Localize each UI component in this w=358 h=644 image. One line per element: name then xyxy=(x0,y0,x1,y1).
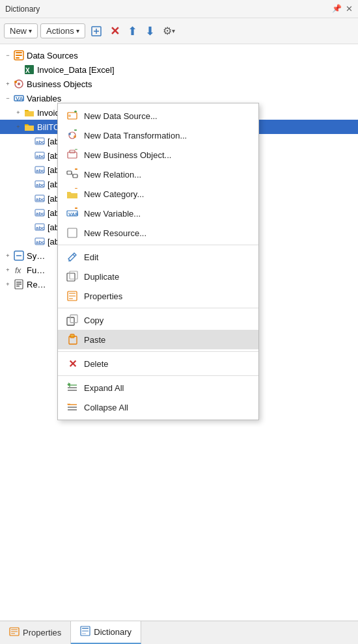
excel-icon: X xyxy=(23,64,35,75)
ctx-new-transformation[interactable]: New Data Transformation... xyxy=(58,126,258,145)
settings-button[interactable]: ⚙ ▾ xyxy=(160,23,178,39)
tree-item-data-sources[interactable]: − Data Sources xyxy=(0,48,358,62)
variables-label: Variables xyxy=(27,94,61,103)
ctx-collapse-all-label: Collapse All xyxy=(84,403,128,412)
svg-rect-69 xyxy=(69,293,76,294)
ctx-copy-label: Copy xyxy=(84,315,103,325)
dictionary-tab-label: Dictionary xyxy=(94,627,131,637)
new-variable-icon: VAR xyxy=(66,207,79,220)
expand-all-icon: + xyxy=(66,381,79,394)
delete-toolbar-button[interactable]: ✕ xyxy=(107,22,122,40)
toolbar: New ▾ Actions ▾ ✕ ⬆ ⬇ ⚙ ▾ xyxy=(0,18,358,44)
up-arrow-icon: ⬆ xyxy=(128,24,137,38)
svg-point-43 xyxy=(74,135,76,138)
svg-text:+: + xyxy=(67,382,70,388)
ctx-new-variable[interactable]: VAR New Variable... xyxy=(58,204,258,223)
svg-rect-88 xyxy=(11,631,18,632)
ctx-new-resource-label: New Resource... xyxy=(84,228,146,238)
svg-text:abc: abc xyxy=(36,196,45,202)
ctx-new-category-label: New Category... xyxy=(84,189,144,199)
abc-icon-8: abc xyxy=(34,235,46,247)
ctx-collapse-all[interactable]: − Collapse All xyxy=(58,397,258,417)
new-resource-icon xyxy=(66,226,79,239)
svg-rect-50 xyxy=(67,171,72,174)
svg-rect-34 xyxy=(16,282,21,283)
ctx-delete[interactable]: ✕ Delete xyxy=(58,354,258,373)
new-label: New xyxy=(10,26,27,36)
tab-properties[interactable]: Properties xyxy=(0,621,71,644)
svg-rect-6 xyxy=(16,57,20,59)
edit-icon xyxy=(90,25,102,37)
ctx-copy[interactable]: Copy xyxy=(58,310,258,330)
svg-rect-92 xyxy=(82,630,89,632)
abc-icon-4: abc xyxy=(34,178,46,190)
svg-text:VAR: VAR xyxy=(16,96,24,102)
expand-sys[interactable]: + xyxy=(3,250,13,261)
move-down-button[interactable]: ⬇ xyxy=(143,22,158,40)
move-up-button[interactable]: ⬆ xyxy=(125,22,140,40)
svg-text:−: − xyxy=(67,401,70,407)
ctx-expand-all[interactable]: + Expand All xyxy=(58,378,258,397)
copy-icon xyxy=(66,314,79,327)
down-arrow-icon: ⬇ xyxy=(145,24,155,38)
svg-rect-76 xyxy=(71,335,74,337)
expand-invoice-data[interactable]: · xyxy=(13,64,23,75)
expand-invoice-info[interactable]: + xyxy=(13,107,23,118)
expand-data-sources[interactable]: − xyxy=(3,50,13,60)
ctx-edit[interactable]: Edit xyxy=(58,247,258,267)
actions-button[interactable]: Actions ▾ xyxy=(40,23,85,38)
folder-icon-invoiceinfo xyxy=(23,107,35,118)
edit-toolbar-button[interactable] xyxy=(88,23,105,39)
abc-icon-2: abc xyxy=(34,150,46,161)
ctx-new-relation[interactable]: New Relation... xyxy=(58,165,258,184)
svg-rect-67 xyxy=(70,271,77,279)
pin-button[interactable]: 📌 xyxy=(332,4,342,14)
svg-line-64 xyxy=(73,254,75,256)
expand-reports[interactable]: + xyxy=(3,279,13,289)
expand-functions[interactable]: + xyxy=(3,265,13,275)
dictionary-tab-icon xyxy=(80,626,90,638)
properties-icon xyxy=(66,289,79,302)
svg-text:abc: abc xyxy=(36,154,45,159)
expand-variables[interactable]: − xyxy=(3,93,13,103)
svg-rect-35 xyxy=(16,284,21,285)
ctx-new-datasource[interactable]: New Data Source... xyxy=(58,106,258,126)
separator-1 xyxy=(58,245,258,245)
ctx-new-variable-label: New Variable... xyxy=(84,209,141,219)
ctx-properties-label: Properties xyxy=(84,291,122,301)
new-bizobj-icon xyxy=(66,148,79,161)
new-button[interactable]: New ▾ xyxy=(4,23,38,38)
svg-text:fx: fx xyxy=(15,266,21,275)
abc-icon-6: abc xyxy=(34,207,46,219)
invoice-data-label: Invoice_Data [Excel] xyxy=(37,65,115,75)
new-datasource-icon xyxy=(66,109,79,122)
svg-rect-89 xyxy=(11,633,15,634)
abc-icon-3: abc xyxy=(34,164,46,176)
svg-text:VAR: VAR xyxy=(68,211,78,217)
svg-rect-5 xyxy=(16,55,22,56)
new-transformation-icon xyxy=(66,129,79,142)
ctx-new-category[interactable]: New Category... xyxy=(58,184,258,204)
ctx-new-resource[interactable]: New Resource... xyxy=(58,223,258,243)
abc-icon-7: abc xyxy=(34,221,46,233)
ctx-expand-all-label: Expand All xyxy=(84,383,124,393)
billto-label: BillTO xyxy=(37,122,60,132)
business-objects-label: Business Objects xyxy=(27,79,92,89)
func-label: Fu… xyxy=(27,265,45,275)
abc-icon-1: abc xyxy=(34,135,46,147)
svg-text:X: X xyxy=(25,67,30,74)
tree-item-invoice-data[interactable]: · X Invoice_Data [Excel] xyxy=(0,62,358,77)
tree-item-business-objects[interactable]: + Business Objects xyxy=(0,77,358,91)
close-button[interactable]: ✕ xyxy=(346,4,353,14)
sys-icon xyxy=(13,250,25,262)
ctx-new-bizobj[interactable]: New Business Object... xyxy=(58,145,258,165)
ctx-paste[interactable]: Paste xyxy=(58,330,258,349)
expand-billto[interactable]: + xyxy=(13,122,23,132)
svg-point-38 xyxy=(68,114,71,117)
ctx-duplicate[interactable]: Duplicate xyxy=(58,267,258,286)
expand-business-objects[interactable]: + xyxy=(3,79,13,89)
tab-dictionary[interactable]: Dictionary xyxy=(71,621,141,644)
separator-3 xyxy=(58,351,258,352)
ctx-properties[interactable]: Properties xyxy=(58,286,258,306)
sys-label: Sy… xyxy=(27,251,45,261)
